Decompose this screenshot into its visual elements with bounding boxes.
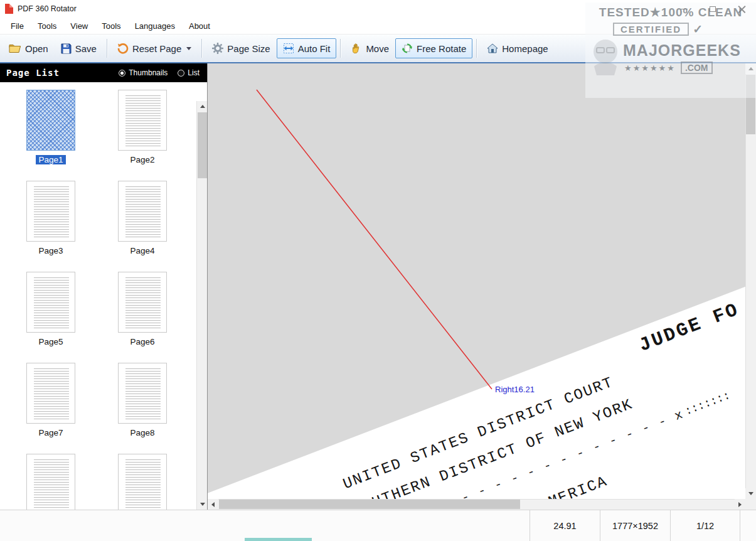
thumbnail-image	[26, 363, 75, 424]
page-thumbnail-7[interactable]: Page7	[26, 363, 75, 454]
minimize-button[interactable]	[669, 0, 698, 18]
rotation-angle-label: Right16.21	[495, 385, 535, 394]
move-button[interactable]: Move	[344, 38, 395, 58]
viewer-vertical-scroll-thumb[interactable]	[746, 75, 755, 134]
auto-fit-button-label: Auto Fit	[298, 43, 331, 54]
page-label: Page5	[38, 337, 63, 346]
thumbnail-panel: Page1 Page2 Page3 Page4	[0, 82, 207, 510]
minimize-icon	[681, 9, 688, 9]
arrow-up-icon	[200, 105, 205, 108]
pdf-page: JUDGE FO UNITED STATES DISTRICT COURT SO…	[208, 188, 756, 510]
page-label: Page7	[38, 428, 63, 437]
menu-about[interactable]: About	[182, 19, 217, 33]
sidebar-scroll-up-button[interactable]	[197, 101, 207, 112]
page-size-button[interactable]: Page Size	[206, 38, 276, 58]
page-dimensions: 1777×1952	[600, 510, 670, 541]
viewer-horizontal-scrollbar	[208, 499, 745, 510]
thumbnail-image	[118, 90, 167, 151]
page-list-title: Page List	[6, 68, 109, 78]
thumbnail-grid: Page1 Page2 Page3 Page4	[0, 82, 207, 510]
page-thumbnail-3[interactable]: Page3	[26, 181, 75, 272]
zoom-value: 24.91	[530, 510, 600, 541]
menu-file[interactable]: File	[4, 19, 31, 33]
page-thumbnail-10[interactable]	[118, 454, 167, 510]
toolbar: Open Save Reset Page Page Size	[0, 35, 756, 63]
page-label: Page3	[38, 246, 63, 255]
maximize-button[interactable]	[698, 0, 727, 18]
thumbnail-image	[118, 363, 167, 424]
reset-page-icon	[117, 43, 129, 54]
arrow-up-icon	[748, 67, 753, 70]
save-button[interactable]: Save	[55, 39, 103, 58]
page-thumbnail-4[interactable]: Page4	[118, 181, 167, 272]
page-thumbnail-5[interactable]: Page5	[26, 272, 75, 363]
open-folder-icon	[9, 43, 21, 53]
view-mode-list-radio[interactable]: List	[178, 68, 200, 77]
sidebar-scroll-thumb[interactable]	[198, 112, 207, 178]
reset-page-button-label: Reset Page	[132, 43, 181, 54]
menu-tools-2[interactable]: Tools	[95, 19, 127, 33]
page-thumbnail-1[interactable]: Page1	[26, 90, 75, 181]
page-list-header: Page List Thumbnails List	[0, 63, 207, 82]
viewer-horizontal-scroll-thumb[interactable]	[219, 500, 520, 509]
viewer-scroll-right-button[interactable]	[735, 499, 745, 510]
app-window: PDF 360 Rotator File Tools View Tools La…	[0, 0, 756, 541]
homepage-button[interactable]: Homepage	[481, 39, 554, 58]
close-icon	[738, 5, 746, 13]
taskbar-sliver	[245, 538, 312, 541]
sidebar-scrollbar	[196, 101, 207, 510]
radio-selected-icon	[119, 70, 125, 77]
status-bar: 24.91 1777×1952 1/12	[0, 510, 756, 541]
auto-fit-button[interactable]: Auto Fit	[277, 38, 337, 58]
page-thumbnail-9[interactable]	[26, 454, 75, 510]
viewer-scroll-down-button[interactable]	[745, 488, 756, 499]
radio-unselected-icon	[178, 70, 184, 77]
page-thumbnail-2[interactable]: Page2	[118, 90, 167, 181]
menu-view[interactable]: View	[63, 19, 95, 33]
page-label: Page8	[130, 428, 154, 437]
thumbnail-image	[118, 181, 167, 242]
thumbnail-image	[26, 454, 75, 510]
maximize-icon	[710, 6, 716, 12]
toolbar-separator	[340, 39, 341, 58]
pdf-app-icon	[5, 4, 13, 14]
document-heading: UNITED STATES DISTRICT COURT SOUTHERN DI…	[339, 350, 701, 510]
move-hand-icon	[351, 43, 362, 54]
viewer-scroll-up-button[interactable]	[745, 63, 756, 74]
toolbar-separator	[476, 39, 477, 58]
thumbnail-image	[26, 181, 75, 242]
menu-tools[interactable]: Tools	[31, 19, 63, 33]
free-rotate-button-label: Free Rotate	[417, 43, 466, 54]
page-label: Page6	[130, 337, 154, 346]
page-thumbnail-8[interactable]: Page8	[118, 363, 167, 454]
sidebar-scroll-down-button[interactable]	[197, 499, 207, 510]
thumbnails-radio-label: Thumbnails	[129, 68, 168, 77]
arrow-right-icon	[738, 502, 742, 507]
window-title: PDF 360 Rotator	[18, 4, 77, 13]
reset-page-button[interactable]: Reset Page	[111, 38, 198, 58]
toolbar-separator	[107, 39, 107, 58]
arrow-left-icon	[211, 502, 215, 507]
viewer-scroll-left-button[interactable]	[208, 499, 218, 510]
page-label: Page4	[130, 246, 154, 255]
page-thumbnail-6[interactable]: Page6	[118, 272, 167, 363]
page-size-gear-icon	[212, 43, 223, 54]
free-rotate-button[interactable]: Free Rotate	[395, 38, 472, 58]
page-list-sidebar: Page List Thumbnails List Page1	[0, 63, 208, 510]
document-viewer[interactable]: JUDGE FO UNITED STATES DISTRICT COURT SO…	[208, 63, 756, 510]
viewer-vertical-scrollbar	[745, 63, 756, 499]
content-area: Page List Thumbnails List Page1	[0, 63, 756, 510]
homepage-house-icon	[487, 43, 498, 53]
menu-bar: File Tools View Tools Languages About	[0, 18, 756, 35]
scrollbar-corner	[745, 499, 756, 510]
arrow-down-icon	[748, 492, 753, 495]
page-label: Page1	[36, 155, 65, 164]
page-label: Page2	[130, 155, 154, 164]
close-button[interactable]	[727, 0, 756, 18]
auto-fit-icon	[283, 43, 294, 54]
open-button[interactable]: Open	[3, 39, 55, 58]
thumbnail-image	[118, 272, 167, 333]
view-mode-thumbnails-radio[interactable]: Thumbnails	[119, 68, 168, 77]
save-icon	[61, 43, 72, 54]
menu-languages[interactable]: Languages	[128, 19, 182, 33]
